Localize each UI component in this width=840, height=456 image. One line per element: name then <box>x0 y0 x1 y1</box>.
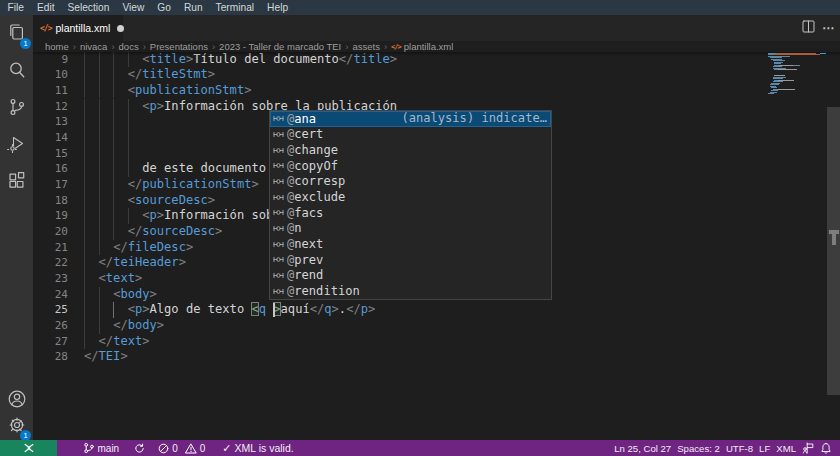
menu-go[interactable]: Go <box>151 0 178 15</box>
token: </ <box>310 302 325 316</box>
status-notifications[interactable] <box>817 440 835 456</box>
token: publicationStmt <box>135 83 244 97</box>
line-number: 16 <box>33 161 68 177</box>
remote-indicator[interactable] <box>0 440 57 456</box>
token: > <box>208 193 215 207</box>
activity-search[interactable] <box>0 51 33 89</box>
status-right: Ln 25, Col 27Spaces: 2UTF-8LFXML <box>611 440 840 456</box>
status-sync[interactable] <box>131 440 149 456</box>
status-indentation[interactable]: Spaces: 2 <box>674 440 723 456</box>
suggest-item-copyOf[interactable]: @copyOf <box>270 158 551 174</box>
tab-plantilla-xml[interactable]: </> plantilla.xml <box>33 15 123 41</box>
token: text <box>113 334 142 348</box>
token: p <box>150 99 157 113</box>
line-number: 26 <box>33 318 68 334</box>
menu-view[interactable]: View <box>116 0 151 15</box>
code-text <box>84 114 142 130</box>
suggest-item-ana[interactable]: @ana(analysis) indicate… <box>270 111 551 127</box>
suggest-item-prev[interactable]: @prev <box>270 252 551 268</box>
breadcrumb-item[interactable]: docs <box>119 41 139 52</box>
extensions-icon <box>6 170 28 192</box>
token: > <box>186 240 193 254</box>
modified-dot-icon[interactable] <box>117 25 124 32</box>
status-problems[interactable]: 00 <box>155 440 209 456</box>
line-number: 22 <box>33 255 68 271</box>
suggest-item-n[interactable]: @n <box>270 221 551 237</box>
token: > <box>244 83 251 97</box>
status-branch[interactable]: main <box>79 440 123 456</box>
status-cursor-position[interactable]: Ln 25, Col 27 <box>611 440 674 456</box>
token: p <box>361 302 368 316</box>
menu-run[interactable]: Run <box>177 0 209 15</box>
symbol-value-icon <box>273 129 284 140</box>
chevron-right-icon: › <box>380 41 391 52</box>
suggest-item-rend[interactable]: @rend <box>270 268 551 284</box>
suggest-item-change[interactable]: @change <box>270 142 551 158</box>
chevron-right-icon: › <box>107 41 118 52</box>
token: body <box>128 318 157 332</box>
vertical-scrollbar[interactable] <box>827 107 840 395</box>
minimap[interactable] <box>765 52 827 152</box>
remote-icon <box>23 443 35 453</box>
more-actions-icon[interactable]: ⋯ <box>822 15 835 41</box>
activity-settings[interactable]: 1 <box>0 406 33 444</box>
status-encoding[interactable]: UTF-8 <box>723 440 756 456</box>
suggest-item-rendition[interactable]: @rendition <box>270 283 551 299</box>
editor-actions: ⋯ <box>802 15 835 41</box>
token: > <box>135 271 142 285</box>
status-xml-valid[interactable]: ✓XML is valid. <box>219 440 297 456</box>
tab-label: plantilla.xml <box>55 22 110 34</box>
suggest-item-facs[interactable]: @facs <box>270 205 551 221</box>
status-eol[interactable]: LF <box>756 440 773 456</box>
line-number: 18 <box>33 193 68 209</box>
code-text: </body> <box>84 318 164 334</box>
menu-file[interactable]: File <box>1 0 30 15</box>
suggest-item-exclude[interactable]: @exclude <box>270 189 551 205</box>
symbol-value-icon <box>273 145 284 156</box>
code-line: 11 <publicationStmt> <box>33 83 763 99</box>
activity-explorer[interactable]: 1 <box>0 14 33 52</box>
split-editor-icon[interactable] <box>802 19 815 37</box>
suggest-label: @rendition <box>287 284 360 298</box>
menu-edit[interactable]: Edit <box>30 0 61 15</box>
token: > <box>120 349 127 363</box>
activity-extensions[interactable] <box>0 162 33 200</box>
token: > <box>179 255 186 269</box>
token: < <box>128 193 135 207</box>
line-number: 10 <box>33 67 68 83</box>
menu-selection[interactable]: Selection <box>61 0 116 15</box>
token: > <box>215 224 222 238</box>
token: </ <box>99 334 114 348</box>
breadcrumb-item[interactable]: Presentations <box>150 41 208 52</box>
status-language[interactable]: XML <box>773 440 799 456</box>
suggest-item-corresp[interactable]: @corresp <box>270 174 551 190</box>
menu-help[interactable]: Help <box>261 0 295 15</box>
status-feedback[interactable] <box>799 440 817 456</box>
valid-label: XML is valid. <box>235 442 294 454</box>
breadcrumb-item[interactable]: assets <box>352 41 379 52</box>
breadcrumb-file[interactable]: plantilla.xml <box>404 41 454 52</box>
activity-run-debug[interactable] <box>0 125 33 163</box>
token: fileDesc <box>128 240 186 254</box>
code-text: de este documento <box>84 161 266 177</box>
breadcrumb-item[interactable]: home <box>45 41 69 52</box>
token: Información sob <box>164 208 273 222</box>
breadcrumb-item[interactable]: nivaca <box>80 41 107 52</box>
breadcrumb-item[interactable]: 2023 - Taller de marcado TEI <box>219 41 341 52</box>
branch-label: main <box>98 443 120 454</box>
run-debug-icon <box>6 133 28 155</box>
suggest-label: @n <box>287 221 302 235</box>
token: < <box>142 99 149 113</box>
suggest-item-next[interactable]: @next <box>270 236 551 252</box>
token: p <box>150 208 157 222</box>
token: > <box>142 334 149 348</box>
line-number: 27 <box>33 334 68 350</box>
activity-source-control[interactable] <box>0 88 33 126</box>
xml-file-icon: </> <box>391 43 401 51</box>
suggest-label: @corresp <box>287 174 345 188</box>
source-control-icon <box>6 96 28 118</box>
menu-terminal[interactable]: Terminal <box>209 0 261 15</box>
suggest-item-cert[interactable]: @cert <box>270 127 551 143</box>
search-icon <box>6 59 28 81</box>
xml-file-icon: </> <box>40 24 51 33</box>
